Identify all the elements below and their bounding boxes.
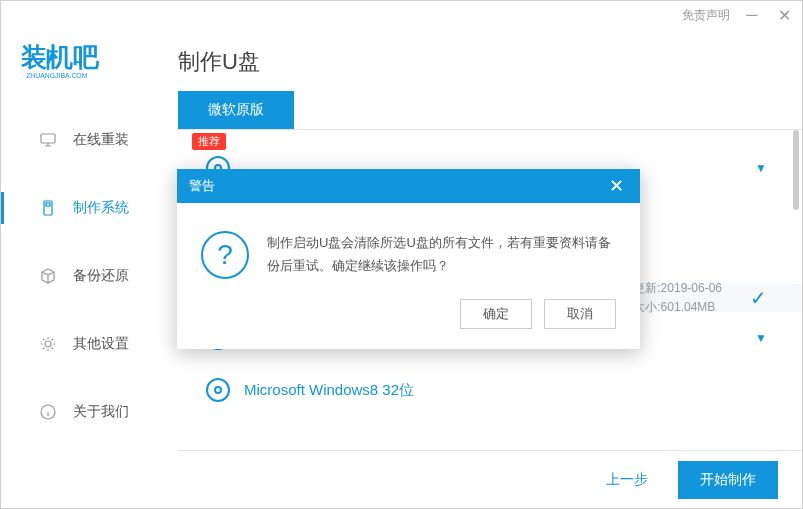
dialog-cancel-button[interactable]: 取消 — [544, 299, 616, 329]
svg-rect-1 — [79, 49, 82, 70]
dialog-ok-button[interactable]: 确定 — [460, 299, 532, 329]
dialog-close-button[interactable]: ✕ — [604, 175, 628, 197]
minimize-button[interactable]: ─ — [742, 5, 762, 25]
sidebar-item-settings[interactable]: 其他设置 — [1, 310, 177, 378]
chevron-down-icon: ▼ — [755, 331, 767, 345]
cube-icon — [39, 267, 57, 285]
sidebar-label: 关于我们 — [73, 403, 129, 421]
chevron-down-icon: ▼ — [755, 161, 767, 175]
tabs: 微软原版 — [178, 91, 802, 130]
question-icon: ? — [201, 231, 249, 279]
check-icon: ✓ — [750, 286, 767, 310]
close-button[interactable]: ✕ — [774, 5, 794, 25]
svg-point-5 — [45, 341, 51, 347]
disclaimer-link[interactable]: 免责声明 — [682, 7, 730, 24]
gear-icon — [39, 335, 57, 353]
disc-icon — [206, 378, 230, 402]
content-header: 制作U盘 — [178, 29, 802, 91]
meta-update: 更新:2019-06-06 — [633, 279, 722, 298]
svg-rect-0 — [47, 49, 50, 70]
dialog-header: 警告 ✕ — [177, 169, 640, 203]
dialog-message: 制作启动U盘会清除所选U盘的所有文件，若有重要资料请备份后重试。确定继续该操作吗… — [267, 231, 616, 279]
info-icon — [39, 403, 57, 421]
item-title: Microsoft Windows8 32位 — [244, 381, 414, 400]
titlebar: 免责声明 ─ ✕ — [1, 1, 802, 29]
sidebar-item-about[interactable]: 关于我们 — [1, 378, 177, 446]
logo: 装机吧 ZHUANGJIBA.COM — [1, 29, 177, 106]
tab-ms-original[interactable]: 微软原版 — [178, 91, 294, 129]
dialog-title: 警告 — [189, 177, 215, 195]
sidebar-label: 备份还原 — [73, 267, 129, 285]
list-item[interactable]: Microsoft Windows8 32位 — [178, 364, 802, 416]
sidebar-label: 制作系统 — [73, 199, 129, 217]
sidebar-item-reinstall[interactable]: 在线重装 — [1, 106, 177, 174]
svg-rect-2 — [41, 134, 55, 143]
warning-dialog: 警告 ✕ ? 制作启动U盘会清除所选U盘的所有文件，若有重要资料请备份后重试。确… — [177, 169, 640, 349]
footer: 上一步 开始制作 — [178, 450, 802, 508]
start-button[interactable]: 开始制作 — [678, 461, 778, 499]
logo-text: 装机吧 — [21, 43, 100, 71]
logo-subtext: ZHUANGJIBA.COM — [26, 72, 88, 79]
usb-icon — [39, 199, 57, 217]
prev-button[interactable]: 上一步 — [586, 461, 668, 499]
dialog-footer: 确定 取消 — [177, 299, 640, 349]
sidebar: 装机吧 ZHUANGJIBA.COM 在线重装 制作系统 备份还原 其他设置 — [1, 29, 177, 508]
sidebar-item-make-system[interactable]: 制作系统 — [1, 174, 177, 242]
page-title: 制作U盘 — [178, 47, 802, 77]
svg-rect-4 — [46, 203, 50, 206]
sidebar-item-backup[interactable]: 备份还原 — [1, 242, 177, 310]
monitor-icon — [39, 131, 57, 149]
nav: 在线重装 制作系统 备份还原 其他设置 关于我们 — [1, 106, 177, 508]
sidebar-label: 其他设置 — [73, 335, 129, 353]
dialog-body: ? 制作启动U盘会清除所选U盘的所有文件，若有重要资料请备份后重试。确定继续该操… — [177, 203, 640, 299]
sidebar-label: 在线重装 — [73, 131, 129, 149]
